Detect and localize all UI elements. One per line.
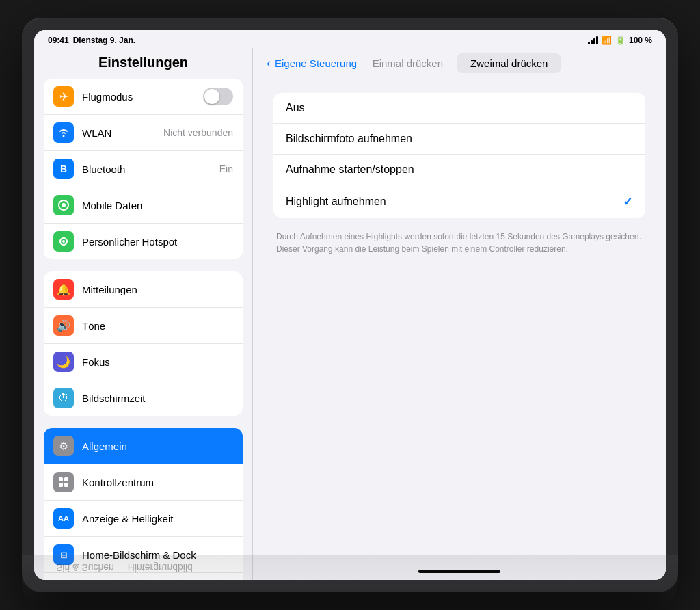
bluetooth-label: Bluetooth xyxy=(82,163,219,175)
allgemein-icon: ⚙ xyxy=(53,436,74,456)
sidebar-item-flugmodus[interactable]: ✈ Flugmodus xyxy=(44,79,243,115)
hint-text: Durch Aufnehmen eines Highlights werden … xyxy=(273,225,645,261)
hotspot-icon xyxy=(53,231,74,252)
battery-percent: 100 % xyxy=(629,36,652,45)
sidebar-item-fokus[interactable]: 🌙 Fokus xyxy=(44,344,243,380)
bildschirmzeit-icon: ⏱ xyxy=(53,388,74,408)
homescreen-icon: ⊞ xyxy=(53,544,74,565)
sidebar-item-bildschirmzeit[interactable]: ⏱ Bildschirmzeit xyxy=(44,380,243,416)
svg-point-1 xyxy=(62,203,66,207)
tab-zweimal[interactable]: Zweimal drücken xyxy=(457,53,561,73)
sidebar: Einstellungen ✈ Flugmodus xyxy=(34,48,253,580)
status-date: Dienstag 9. Jan. xyxy=(73,36,135,45)
fokus-label: Fokus xyxy=(82,356,233,368)
sidebar-item-anzeige[interactable]: AA Anzeige & Helligkeit xyxy=(44,501,243,537)
wlan-icon xyxy=(53,122,74,143)
fokus-icon: 🌙 xyxy=(53,352,74,372)
detail-content: Aus Bildschirmfoto aufnehmen Aufnahme st… xyxy=(253,79,666,566)
sidebar-item-mobiledaten[interactable]: Mobile Daten xyxy=(44,187,243,224)
home-indicator xyxy=(418,570,500,573)
sidebar-item-hotspot[interactable]: Persönlicher Hotspot xyxy=(44,224,243,259)
option-aus-label: Aus xyxy=(286,102,633,114)
kontrollzentrum-label: Kontrollzentrum xyxy=(82,477,233,488)
mobiledaten-icon xyxy=(53,195,74,215)
flugmodus-toggle[interactable] xyxy=(203,88,233,105)
svg-rect-3 xyxy=(64,477,68,481)
status-time: 09:41 xyxy=(48,36,69,45)
sidebar-item-wlan[interactable]: WLAN Nicht verbunden xyxy=(44,115,243,151)
option-highlight-label: Highlight aufnehmen xyxy=(286,196,623,208)
mobiledaten-label: Mobile Daten xyxy=(82,200,233,211)
flugmodus-icon: ✈ xyxy=(53,86,74,107)
option-bildschirmfoto[interactable]: Bildschirmfoto aufnehmen xyxy=(273,124,645,155)
option-bildschirmfoto-label: Bildschirmfoto aufnehmen xyxy=(286,133,633,145)
option-highlight[interactable]: Highlight aufnehmen ✓ xyxy=(273,185,645,218)
tone-icon: 🔊 xyxy=(53,315,74,336)
options-group: Aus Bildschirmfoto aufnehmen Aufnahme st… xyxy=(273,93,645,218)
nav-header: ‹ Eigene Steuerung Einmal drücken Zweima… xyxy=(253,48,666,79)
bildschirmzeit-label: Bildschirmzeit xyxy=(82,393,233,404)
sidebar-item-kontrollzentrum[interactable]: Kontrollzentrum xyxy=(44,464,243,501)
back-chevron-icon: ‹ xyxy=(267,56,271,70)
anzeige-label: Anzeige & Helligkeit xyxy=(82,513,233,525)
sidebar-group-notifications: 🔔 Mitteilungen 🔊 Töne 🌙 Fokus ⏱ Bildschi… xyxy=(44,271,243,416)
sidebar-item-allgemein[interactable]: ⚙ Allgemein xyxy=(44,428,243,464)
option-aufnahme[interactable]: Aufnahme starten/stoppen xyxy=(273,155,645,185)
sidebar-group-network: ✈ Flugmodus WLAN Nicht verbunden xyxy=(44,79,243,259)
mitteilungen-label: Mitteilungen xyxy=(82,284,233,295)
svg-rect-2 xyxy=(59,477,63,481)
svg-rect-4 xyxy=(59,483,63,487)
sidebar-title: Einstellungen xyxy=(34,48,252,79)
back-button[interactable]: ‹ Eigene Steuerung xyxy=(267,56,357,70)
mitteilungen-icon: 🔔 xyxy=(53,279,74,300)
hotspot-label: Persönlicher Hotspot xyxy=(82,236,233,248)
back-label: Eigene Steuerung xyxy=(275,57,357,69)
flugmodus-label: Flugmodus xyxy=(82,91,203,103)
bluetooth-icon: B xyxy=(53,159,74,179)
anzeige-icon: AA xyxy=(53,508,74,529)
sidebar-item-bluetooth[interactable]: B Bluetooth Ein xyxy=(44,151,243,187)
tone-label: Töne xyxy=(82,320,233,332)
status-bar: 09:41 Dienstag 9. Jan. 📶 🔋 100 % xyxy=(34,30,666,48)
wifi-icon: 📶 xyxy=(602,36,612,45)
sidebar-item-homescreen[interactable]: ⊞ Home-Bildschirm & Dock xyxy=(44,537,243,573)
wlan-label: WLAN xyxy=(82,127,163,139)
kontrollzentrum-icon xyxy=(53,472,74,492)
sidebar-item-tone[interactable]: 🔊 Töne xyxy=(44,308,243,344)
homescreen-label: Home-Bildschirm & Dock xyxy=(82,549,233,561)
nav-tabs: Einmal drücken Zweimal drücken xyxy=(357,53,563,73)
signal-icon xyxy=(588,36,598,44)
sidebar-item-mitteilungen[interactable]: 🔔 Mitteilungen xyxy=(44,271,243,308)
battery-label: 🔋 xyxy=(615,36,625,45)
svg-rect-5 xyxy=(64,483,68,487)
sidebar-group-system: ⚙ Allgemein Kontrollzentrum xyxy=(44,428,243,580)
sidebar-item-bedienungshilfen[interactable]: Bedienungshilfen xyxy=(44,573,243,580)
option-highlight-check: ✓ xyxy=(623,194,633,209)
option-aus[interactable]: Aus xyxy=(273,93,645,124)
bluetooth-value: Ein xyxy=(219,163,233,174)
detail-panel: ‹ Eigene Steuerung Einmal drücken Zweima… xyxy=(253,48,666,580)
allgemein-label: Allgemein xyxy=(82,440,233,452)
option-aufnahme-label: Aufnahme starten/stoppen xyxy=(286,163,633,176)
tab-einmalig[interactable]: Einmal drücken xyxy=(359,53,457,73)
wlan-value: Nicht verbunden xyxy=(163,127,233,138)
